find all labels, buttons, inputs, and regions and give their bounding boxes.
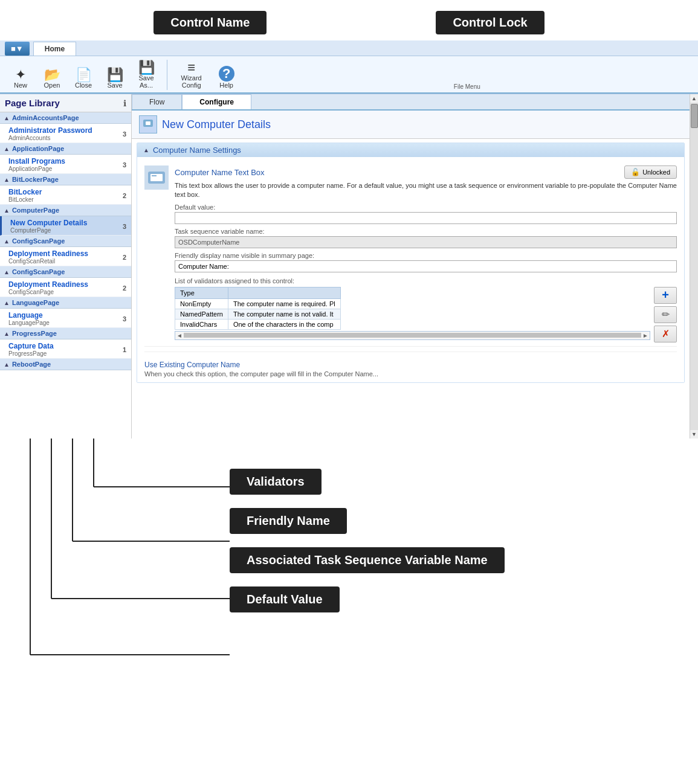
sidebar-item-new-computer-details[interactable]: New Computer Details ComputerPage 3 [0, 216, 131, 236]
sidebar-title: Page Library [5, 98, 60, 108]
task-seq-input[interactable] [175, 236, 677, 248]
tab-configure[interactable]: Configure [182, 94, 251, 109]
group-arrow-progress: ▲ [4, 330, 10, 337]
ribbon-btn-save[interactable]: 💾 Save [102, 67, 128, 90]
control-row: Computer Name Text Box 🔓 Unlocked This t… [144, 162, 677, 347]
control-description: This text box allows the user to provide… [175, 181, 677, 200]
group-arrow-configscan2: ▲ [4, 269, 10, 275]
sidebar-group-bitlocker[interactable]: ▲ BitLockerPage [0, 174, 131, 185]
vertical-scrollbar[interactable]: ▲ ▼ [690, 94, 698, 439]
control-name-label: Control Name [153, 11, 267, 34]
annot-default-value: Default Value [230, 586, 340, 612]
group-arrow-admin: ▲ [4, 115, 10, 121]
sidebar-group-application[interactable]: ▲ ApplicationPage [0, 143, 131, 155]
sidebar-item-bitlocker[interactable]: BitLocker BitLocker 2 [0, 185, 131, 205]
scroll-left-arrow: ◄ [176, 332, 183, 339]
section-body: Computer Name Text Box 🔓 Unlocked This t… [137, 157, 684, 382]
open-icon: 📂 [44, 68, 60, 82]
validators-wrapper: Type NonEmpty The compute [175, 287, 677, 342]
validator-desc-3: One of the characters in the comp [228, 319, 340, 329]
friendly-input[interactable] [175, 260, 677, 272]
validators-table: Type NonEmpty The compute [175, 287, 341, 330]
ribbon-btn-help[interactable]: ? Help [213, 65, 240, 90]
sidebar-item-admin-password[interactable]: Administrator Password AdminAccounts 3 [0, 124, 131, 143]
sidebar-group-configscan1[interactable]: ▲ ConfigScanPage [0, 236, 131, 247]
computer-name-section: ▲ Computer Name Settings Computer Name T… [137, 143, 685, 383]
scroll-handle[interactable] [691, 104, 698, 128]
task-seq-label: Task sequence variable name: [175, 228, 677, 235]
scroll-up-button[interactable]: ▲ [691, 94, 697, 103]
app-menu-button[interactable]: ■▼ [5, 42, 30, 56]
section-title: Computer Name Settings [153, 146, 241, 155]
annot-default-row: Default Value [0, 586, 698, 612]
sidebar-group-computer[interactable]: ▲ ComputerPage [0, 205, 131, 216]
wizard-config-icon: ≡ [187, 61, 195, 74]
sidebar-item-deployment-readiness-2[interactable]: Deployment Readiness ConfigScanPage 2 [0, 278, 131, 297]
default-value-input[interactable] [175, 212, 677, 224]
annot-task-seq-var: Associated Task Sequence Variable Name [230, 547, 505, 573]
use-existing-link[interactable]: Use Existing Computer Name [144, 361, 677, 369]
sidebar-item-install-programs[interactable]: Install Programs ApplicationPage 3 [0, 155, 131, 174]
ribbon-btn-open[interactable]: 📂 Open [39, 67, 65, 90]
svg-rect-1 [146, 121, 150, 125]
section-arrow: ▲ [143, 147, 149, 153]
help-icon: ? [219, 66, 234, 82]
ribbon-btn-new[interactable]: ✦ New [7, 67, 34, 90]
friendly-label: Friendly display name visible in summary… [175, 252, 677, 259]
annot-validators-row: Validators [0, 469, 698, 495]
control-lock-button[interactable]: 🔓 Unlocked [624, 165, 677, 179]
tab-flow[interactable]: Flow [132, 94, 182, 109]
validators-label: List of validators assigned to this cont… [175, 277, 677, 284]
ribbon: ■▼ Home ✦ New 📂 Open 📄 Close 💾 Save 💾 Sa… [0, 40, 698, 94]
ribbon-btn-save-as[interactable]: 💾 Save As... [133, 60, 160, 90]
ribbon-btn-wizard-config[interactable]: ≡ Wizard Config [175, 60, 208, 90]
ribbon-body: ✦ New 📂 Open 📄 Close 💾 Save 💾 Save As...… [0, 56, 698, 94]
use-existing-section: Use Existing Computer Name When you chec… [144, 352, 677, 378]
section-header[interactable]: ▲ Computer Name Settings [137, 143, 684, 157]
content-pane: Flow Configure New Computer Details ▲ Co… [132, 94, 690, 439]
default-value-label: Default value: [175, 204, 677, 211]
page-header-icon [139, 115, 157, 133]
add-validator-button[interactable]: + [654, 287, 677, 304]
validators-scroll[interactable]: ◄ ► [175, 331, 650, 340]
group-arrow-reboot: ▲ [4, 361, 10, 368]
sidebar-group-reboot[interactable]: ▲ RebootPage [0, 359, 131, 370]
use-existing-desc: When you check this option, the computer… [144, 370, 677, 378]
delete-validator-button[interactable]: ✗ [654, 326, 677, 342]
scroll-down-button[interactable]: ▼ [691, 430, 697, 439]
content-body: New Computer Details ▲ Computer Name Set… [132, 111, 690, 439]
control-name: Computer Name Text Box [175, 168, 265, 177]
page-header: New Computer Details [132, 111, 690, 139]
group-arrow-application: ▲ [4, 146, 10, 152]
svg-rect-3 [150, 174, 163, 181]
sidebar-item-capture-data[interactable]: Capture Data ProgressPage 1 [0, 339, 131, 359]
scroll-thumb [184, 333, 641, 338]
group-arrow-bitlocker: ▲ [4, 176, 10, 183]
sidebar: Page Library ℹ ▲ AdminAccountsPage Admin… [0, 94, 132, 439]
table-row: NamedPattern The computer name is not va… [175, 309, 341, 319]
sidebar-item-language[interactable]: Language LanguagePage 3 [0, 309, 131, 328]
table-row: InvalidChars One of the characters in th… [175, 319, 341, 329]
sidebar-info-button[interactable]: ℹ [123, 98, 126, 108]
ribbon-tabs: ■▼ Home [0, 40, 698, 56]
group-arrow-configscan1: ▲ [4, 238, 10, 245]
validator-type-2: NamedPattern [175, 309, 228, 319]
ribbon-btn-close[interactable]: 📄 Close [70, 67, 97, 90]
sidebar-group-progress[interactable]: ▲ ProgressPage [0, 328, 131, 339]
main-layout: Page Library ℹ ▲ AdminAccountsPage Admin… [0, 94, 698, 439]
page-title: New Computer Details [162, 118, 271, 131]
edit-validator-button[interactable]: ✏ [654, 306, 677, 323]
scroll-right-arrow: ► [642, 332, 648, 339]
sidebar-group-language[interactable]: ▲ LanguagePage [0, 297, 131, 309]
lock-label: Unlocked [642, 169, 670, 176]
annot-validators: Validators [230, 469, 322, 495]
ribbon-tab-home[interactable]: Home [33, 42, 76, 56]
sidebar-item-deployment-readiness-1[interactable]: Deployment Readiness ConfigScanRetail 2 [0, 247, 131, 266]
sidebar-group-admin[interactable]: ▲ AdminAccountsPage [0, 112, 131, 124]
new-icon: ✦ [15, 68, 26, 82]
control-info: Computer Name Text Box 🔓 Unlocked This t… [175, 165, 677, 342]
control-lock-label: Control Lock [436, 11, 544, 34]
sidebar-group-configscan2[interactable]: ▲ ConfigScanPage [0, 266, 131, 278]
content-tabs: Flow Configure [132, 94, 690, 111]
col-desc [228, 287, 340, 298]
